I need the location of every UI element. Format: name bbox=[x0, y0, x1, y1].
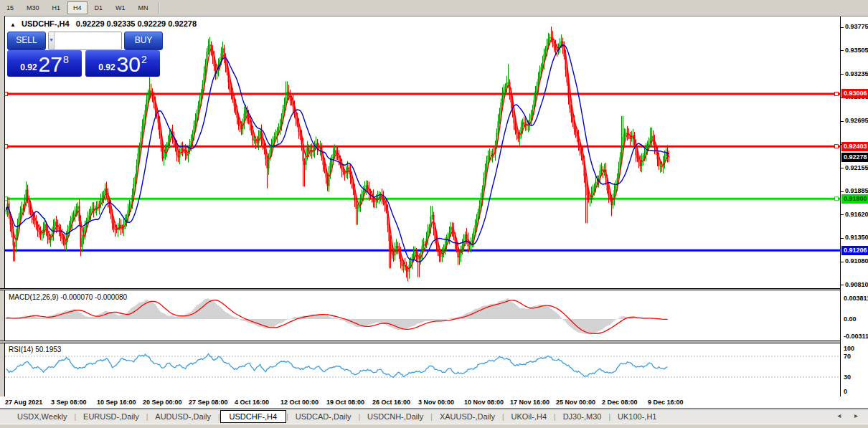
sell-button[interactable]: SELL bbox=[7, 32, 46, 50]
timeframe-button-h1[interactable]: H1 bbox=[47, 1, 67, 14]
volume-stepper: ▼ ▲ bbox=[48, 32, 122, 50]
time-axis[interactable]: 27 Aug 20213 Sep 08:0010 Sep 16:0020 Sep… bbox=[0, 396, 868, 408]
time-axis-label: 12 Oct 00:00 bbox=[280, 399, 319, 406]
chart-tab-dj30-m30[interactable]: DJ30-,M30 bbox=[556, 411, 609, 422]
axis-tick bbox=[841, 74, 844, 75]
toolbar-separator bbox=[158, 2, 159, 14]
volume-input[interactable] bbox=[55, 32, 122, 49]
time-axis-label: 3 Sep 08:00 bbox=[51, 399, 87, 406]
tab-scroll-left-icon[interactable]: ◂ bbox=[837, 412, 846, 419]
volume-decrease-icon[interactable]: ▼ bbox=[49, 32, 55, 49]
axis-tick bbox=[841, 285, 844, 285]
timeframe-button-w1[interactable]: W1 bbox=[110, 1, 131, 14]
macd-signal-line bbox=[6, 300, 668, 334]
timeframe-button-15[interactable]: 15 bbox=[1, 1, 19, 14]
time-axis-label: 27 Aug 2021 bbox=[5, 399, 42, 406]
axis-tick bbox=[841, 121, 844, 122]
chart-title: ▲ USDCHF-,H4 0.92229 0.92335 0.92229 0.9… bbox=[10, 19, 197, 28]
axis-tick bbox=[841, 238, 844, 239]
chart-tab-ukoil-h4[interactable]: UKOil-,H4 bbox=[504, 411, 555, 422]
macd-axis-label: 0.00 bbox=[844, 315, 857, 323]
time-axis-label: 2 Dec 08:00 bbox=[602, 399, 638, 406]
trading-terminal-window: 15M30H1H4D1W1MN ▲ USDCHF-,H4 0.92229 0.9… bbox=[0, 0, 868, 428]
time-axis-label: 19 Oct 08:00 bbox=[326, 399, 364, 406]
timeframe-button-h4[interactable]: H4 bbox=[67, 1, 88, 14]
axis-tick bbox=[841, 168, 844, 168]
sell-price-point: 8 bbox=[63, 54, 69, 65]
buy-price-display[interactable]: 0.92 30 2 bbox=[85, 50, 160, 77]
price-tick-label: 0.92695 bbox=[845, 117, 868, 124]
timeframe-button-m30[interactable]: M30 bbox=[21, 1, 45, 14]
rsi-axis-label: 30 bbox=[844, 374, 851, 381]
line-handle[interactable] bbox=[5, 197, 8, 201]
chart-symbol-period: USDCHF-,H4 bbox=[22, 19, 70, 28]
timeframe-button-mn[interactable]: MN bbox=[133, 1, 154, 14]
level-price-badge-0.93006: 0.93006 bbox=[841, 89, 868, 98]
rsi-line bbox=[6, 354, 668, 378]
price-tick-label: 0.92155 bbox=[845, 164, 868, 171]
time-axis-label: 27 Sep 08:00 bbox=[189, 399, 228, 406]
price-tick-label: 0.91080 bbox=[845, 257, 868, 265]
line-handle[interactable] bbox=[5, 92, 8, 95]
price-tick-label: 0.93235 bbox=[845, 70, 868, 77]
chart-collapse-icon[interactable]: ▲ bbox=[10, 22, 16, 28]
sell-price-pips: 27 bbox=[39, 54, 62, 75]
line-handle[interactable] bbox=[835, 145, 839, 148]
level-price-badge-0.91800: 0.91800 bbox=[841, 194, 868, 204]
price-tick-label: 0.90810 bbox=[845, 281, 868, 288]
macd-axis-label: 0.003811 bbox=[844, 295, 868, 302]
chart-ohlc-values: 0.92229 0.92335 0.92229 0.92278 bbox=[76, 19, 197, 28]
time-axis-label: 10 Nov 08:00 bbox=[464, 399, 504, 406]
price-tick-label: 0.91620 bbox=[845, 211, 868, 218]
timeframe-button-d1[interactable]: D1 bbox=[89, 1, 109, 14]
price-tick-label: 0.91350 bbox=[845, 234, 868, 241]
line-handle[interactable] bbox=[835, 92, 839, 95]
buy-price-pips: 30 bbox=[117, 54, 141, 75]
axis-tick bbox=[841, 50, 844, 51]
time-axis-label: 26 Oct 16:00 bbox=[372, 399, 410, 406]
tab-scroll-right-icon[interactable]: ▸ bbox=[854, 412, 864, 419]
price-tick-label: 0.93775 bbox=[845, 23, 868, 30]
chart-tab-usdchf-h4[interactable]: USDCHF-,H4 bbox=[220, 410, 287, 423]
line-handle[interactable] bbox=[5, 145, 8, 148]
axis-tick bbox=[841, 27, 844, 28]
chart-tab-usdcnh-daily[interactable]: USDCNH-,Daily bbox=[360, 411, 430, 422]
line-handle[interactable] bbox=[835, 197, 839, 201]
chart-tab-eurusd-daily[interactable]: EURUSD-,Daily bbox=[76, 411, 146, 422]
axis-tick bbox=[841, 214, 844, 215]
rsi-axis-label: 0 bbox=[844, 388, 847, 395]
macd-indicator-label: MACD(12,26,9) -0.000070 -0.000080 bbox=[9, 293, 127, 301]
rsi-indicator-chart[interactable] bbox=[5, 343, 840, 396]
sell-price-prefix: 0.92 bbox=[20, 62, 37, 72]
price-tick-label: 0.93505 bbox=[845, 47, 868, 54]
timeframe-toolbar: 15M30H1H4D1W1MN bbox=[0, 0, 868, 16]
time-axis-label: 4 Oct 16:00 bbox=[235, 399, 269, 406]
macd-axis-label: -0.00311 bbox=[844, 333, 868, 340]
rsi-axis-label: 70 bbox=[844, 353, 851, 360]
time-axis-label: 10 Sep 16:00 bbox=[97, 399, 136, 406]
rsi-indicator-label: RSI(14) 50.1953 bbox=[9, 346, 61, 353]
tab-scroll-arrows: ◂ ▸ bbox=[837, 412, 864, 419]
chart-tab-uk100-h1[interactable]: UK100-,H1 bbox=[610, 411, 664, 422]
sell-price-display[interactable]: 0.92 27 8 bbox=[7, 50, 82, 77]
chart-tab-usdcad-daily[interactable]: USDCAD-,Daily bbox=[288, 411, 359, 422]
level-price-badge-0.92403: 0.92403 bbox=[841, 142, 868, 151]
chart-tab-audusd-daily[interactable]: AUDUSD-,Daily bbox=[148, 411, 218, 422]
buy-price-prefix: 0.92 bbox=[98, 62, 115, 72]
current-price-badge: 0.92278 bbox=[841, 153, 868, 162]
window-bottom-frame bbox=[0, 424, 868, 428]
axis-tick bbox=[841, 191, 844, 192]
buy-button[interactable]: BUY bbox=[124, 32, 163, 50]
rsi-axis-label: 100 bbox=[844, 345, 854, 352]
time-axis-label: 25 Nov 00:00 bbox=[556, 399, 595, 406]
time-axis-label: 9 Dec 16:00 bbox=[648, 399, 684, 406]
chart-tabs-bar: USDX,Weekly|EURUSD-,Daily|AUDUSD-,Daily|… bbox=[0, 409, 868, 424]
one-click-trading-panel: SELL ▼ ▲ BUY 0.92 27 8 0.92 30 2 bbox=[7, 32, 163, 77]
buy-price-point: 2 bbox=[141, 54, 147, 65]
chart-tab-xauusd-daily[interactable]: XAUUSD-,Daily bbox=[433, 411, 502, 422]
time-axis-label: 20 Sep 00:00 bbox=[143, 399, 182, 406]
chart-tab-usdx-weekly[interactable]: USDX,Weekly bbox=[10, 411, 74, 422]
time-axis-label: 17 Nov 16:00 bbox=[510, 399, 549, 406]
macd-indicator-chart[interactable] bbox=[5, 290, 840, 341]
level-price-badge-0.91206: 0.91206 bbox=[841, 246, 868, 255]
